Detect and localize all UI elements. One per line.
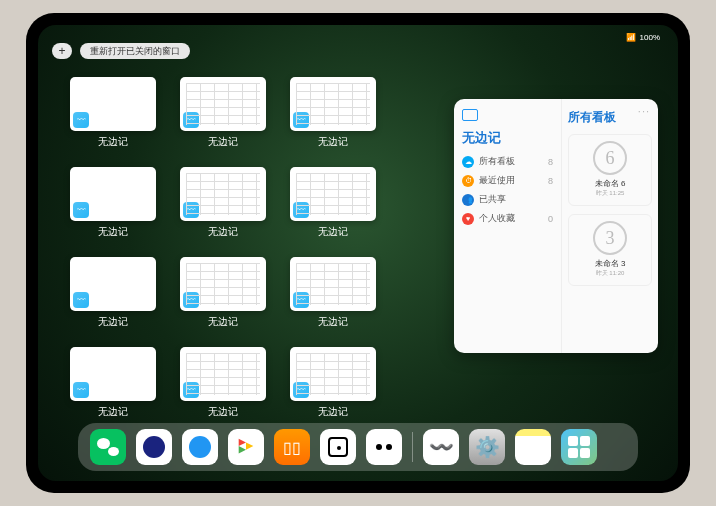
sidebar-item[interactable]: ♥个人收藏0 [462, 212, 553, 225]
sidebar-item-label: 个人收藏 [479, 212, 515, 225]
window-thumbnail[interactable]: 〰无边记 [290, 347, 376, 419]
freeform-app-icon: 〰 [183, 382, 199, 398]
sidebar-item-icon: ⏱ [462, 175, 474, 187]
panel-sidebar: 无边记 ☁所有看板8⏱最近使用8👥已共享♥个人收藏0 [454, 99, 562, 353]
thumbnail-label: 无边记 [318, 315, 348, 329]
thumbnail-preview: 〰 [290, 347, 376, 401]
thumbnail-preview: 〰 [290, 167, 376, 221]
window-thumbnail[interactable]: 〰无边记 [290, 257, 376, 329]
thumbnail-preview: 〰 [180, 257, 266, 311]
app3-icon[interactable] [182, 429, 218, 465]
sidebar-item-icon: 👥 [462, 194, 474, 206]
freeform-app-icon: 〰 [73, 202, 89, 218]
sidebar-item[interactable]: 👥已共享 [462, 193, 553, 206]
thumbnail-label: 无边记 [208, 405, 238, 419]
books-icon[interactable]: ▯▯ [274, 429, 310, 465]
sidebar-item-icon: ☁ [462, 156, 474, 168]
window-grid: 〰无边记〰无边记〰无边记〰无边记〰无边记〰无边记〰无边记〰无边记〰无边记〰无边记… [70, 77, 430, 419]
sidebar-item[interactable]: ⏱最近使用8 [462, 174, 553, 187]
thumbnail-label: 无边记 [318, 225, 348, 239]
freeform-app-icon: 〰 [183, 202, 199, 218]
settings-icon[interactable]: ⚙️ [469, 429, 505, 465]
freeform-app-icon: 〰 [73, 382, 89, 398]
freeform-app-icon: 〰 [293, 112, 309, 128]
window-thumbnail[interactable]: 〰无边记 [290, 167, 376, 239]
thumbnail-preview: 〰 [70, 77, 156, 131]
sidebar-item-count: 8 [548, 157, 553, 167]
panel-title: 无边记 [462, 129, 553, 147]
board-name: 未命名 3 [595, 258, 626, 269]
freeform-app-icon: 〰 [73, 292, 89, 308]
freeform-app-icon: 〰 [73, 112, 89, 128]
thumbnail-label: 无边记 [98, 225, 128, 239]
sidebar-item-count: 8 [548, 176, 553, 186]
thumbnail-preview: 〰 [180, 77, 266, 131]
board-timestamp: 昨天 11:20 [596, 269, 625, 278]
sidebar-item-icon: ♥ [462, 213, 474, 225]
thumbnail-preview: 〰 [70, 347, 156, 401]
freeform-app-icon: 〰 [293, 382, 309, 398]
sidebar-item-label: 最近使用 [479, 174, 515, 187]
folder-icon[interactable] [561, 429, 597, 465]
signal-icon: 📶 [626, 33, 636, 42]
freeform-app-icon: 〰 [183, 292, 199, 308]
freeform-icon[interactable]: 〰️ [423, 429, 459, 465]
window-thumbnail[interactable]: 〰无边记 [290, 77, 376, 149]
dice-icon[interactable] [320, 429, 356, 465]
screen: 📶 100% + 重新打开已关闭的窗口 〰无边记〰无边记〰无边记〰无边记〰无边记… [38, 25, 678, 481]
thumbnail-label: 无边记 [98, 135, 128, 149]
board-timestamp: 昨天 11:25 [596, 189, 625, 198]
window-thumbnail[interactable]: 〰无边记 [180, 347, 266, 419]
sidebar-item-label: 所有看板 [479, 155, 515, 168]
window-thumbnail[interactable]: 〰无边记 [70, 257, 156, 329]
thumbnail-preview: 〰 [180, 167, 266, 221]
window-thumbnail[interactable]: 〰无边记 [70, 347, 156, 419]
thumbnail-preview: 〰 [70, 257, 156, 311]
thumbnail-preview: 〰 [290, 77, 376, 131]
wechat-icon[interactable] [90, 429, 126, 465]
sidebar-item-count: 0 [548, 214, 553, 224]
window-thumbnail[interactable]: 〰无边记 [70, 167, 156, 239]
sidebar-toggle-icon[interactable] [462, 109, 478, 121]
thumbnail-label: 无边记 [318, 135, 348, 149]
freeform-app-icon: 〰 [183, 112, 199, 128]
thumbnail-preview: 〰 [70, 167, 156, 221]
board-name: 未命名 6 [595, 178, 626, 189]
freeform-app-icon: 〰 [293, 292, 309, 308]
board-sketch: 6 [593, 141, 627, 175]
dots-icon[interactable] [366, 429, 402, 465]
more-button[interactable]: ··· [638, 105, 650, 117]
thumbnail-preview: 〰 [180, 347, 266, 401]
panel-content: ··· 所有看板 6未命名 6昨天 11:253未命名 3昨天 11:20 [562, 99, 658, 353]
battery-label: 100% [640, 33, 660, 42]
thumbnail-label: 无边记 [318, 405, 348, 419]
ipad-device: 📶 100% + 重新打开已关闭的窗口 〰无边记〰无边记〰无边记〰无边记〰无边记… [26, 13, 690, 493]
window-thumbnail[interactable]: 〰无边记 [180, 167, 266, 239]
new-window-button[interactable]: + [52, 43, 72, 59]
freeform-panel: 无边记 ☁所有看板8⏱最近使用8👥已共享♥个人收藏0 ··· 所有看板 6未命名… [454, 99, 658, 353]
window-thumbnail[interactable]: 〰无边记 [180, 257, 266, 329]
window-thumbnail[interactable]: 〰无边记 [70, 77, 156, 149]
thumbnail-label: 无边记 [98, 315, 128, 329]
thumbnail-label: 无边记 [208, 135, 238, 149]
app2-icon[interactable] [136, 429, 172, 465]
sidebar-item[interactable]: ☁所有看板8 [462, 155, 553, 168]
thumbnail-label: 无边记 [98, 405, 128, 419]
thumbnail-label: 无边记 [208, 225, 238, 239]
thumbnail-label: 无边记 [208, 315, 238, 329]
thumbnail-preview: 〰 [290, 257, 376, 311]
top-bar: + 重新打开已关闭的窗口 [52, 43, 190, 59]
window-thumbnail[interactable]: 〰无边记 [180, 77, 266, 149]
reopen-closed-window-button[interactable]: 重新打开已关闭的窗口 [80, 43, 190, 59]
freeform-app-icon: 〰 [293, 202, 309, 218]
board-card[interactable]: 3未命名 3昨天 11:20 [568, 214, 652, 286]
play-icon[interactable] [228, 429, 264, 465]
dock-separator [412, 432, 413, 462]
dock: ▯▯〰️⚙️ [78, 423, 638, 471]
sidebar-item-label: 已共享 [479, 193, 506, 206]
board-sketch: 3 [593, 221, 627, 255]
notes-icon[interactable] [515, 429, 551, 465]
board-card[interactable]: 6未命名 6昨天 11:25 [568, 134, 652, 206]
